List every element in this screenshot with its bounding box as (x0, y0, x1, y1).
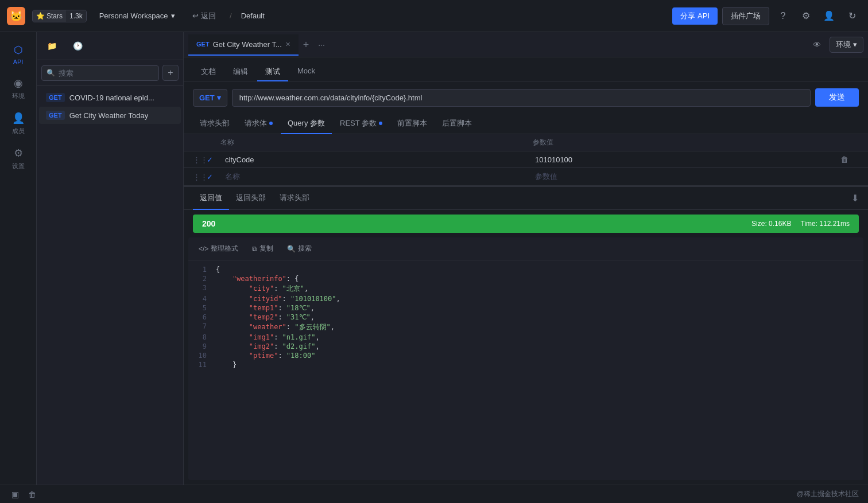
response-tab-header[interactable]: 返回头部 (229, 187, 273, 210)
search-input[interactable] (59, 69, 154, 77)
tab-history[interactable]: 🕐 (67, 37, 88, 55)
tabs-right: 👁 环境 ▾ (809, 37, 863, 53)
layout-icon[interactable]: ▣ (9, 489, 21, 500)
sidebar-item-settings[interactable]: ⚙ 设置 (5, 142, 32, 175)
refresh-icon-button[interactable]: ↻ (843, 7, 861, 25)
tab-close-icon[interactable]: ✕ (285, 41, 290, 48)
back-button[interactable]: ↩ 返回 (188, 9, 220, 24)
sidebar-item-members[interactable]: 👤 成员 (5, 107, 32, 140)
trash-icon[interactable]: 🗑 (26, 489, 38, 500)
content-tab-mock[interactable]: Mock (289, 63, 323, 81)
tabs-bar: GET Get City Weather T... ✕ + ··· 👁 环境 ▾ (184, 32, 868, 57)
api-icon: ⬡ (14, 44, 23, 56)
copyright: @稀土掘金技术社区 (797, 489, 859, 499)
api-item-name-active: Get City Weather Today (69, 111, 149, 120)
params-tab-rest[interactable]: REST 参数 (333, 114, 389, 134)
line-content-7: "weather": "多云转阴", (216, 322, 335, 332)
drag-handle-empty[interactable]: ⋮⋮ (193, 173, 204, 181)
copy-button[interactable]: ⧉ 复制 (249, 242, 277, 255)
help-icon-button[interactable]: ? (774, 7, 792, 25)
user-icon-button[interactable]: 👤 (820, 7, 838, 25)
tab-folder[interactable]: 📁 (41, 37, 63, 55)
line-content-1: { (216, 266, 220, 274)
params-tab-pre-script[interactable]: 前置脚本 (390, 114, 434, 134)
content-tab-docs[interactable]: 文档 (193, 63, 224, 81)
code-toolbar: </> 整理格式 ⧉ 复制 🔍 搜索 (188, 237, 863, 260)
col-value-header: 参数值 (528, 138, 840, 147)
params-tabs: 请求头部 请求体 Query 参数 REST 参数 前置脚本 后置脚本 (184, 114, 868, 134)
response-tab-value[interactable]: 返回值 (193, 187, 229, 210)
sidebar-label-api: API (13, 59, 24, 65)
method-badge-get-active: GET (46, 111, 65, 120)
format-button[interactable]: </> 整理格式 (195, 242, 242, 255)
logo-emoji: 🐱 (10, 10, 22, 22)
left-panel-header: 📁 🕐 (37, 32, 183, 60)
delete-param-button[interactable]: 🗑 (840, 155, 859, 164)
preview-button[interactable]: 👁 (809, 37, 825, 53)
env-selector[interactable]: 环境 ▾ (830, 37, 863, 53)
api-list-item[interactable]: GET COVID-19 national epid... (39, 89, 181, 106)
enable-checkbox-empty[interactable]: ✓ (207, 173, 223, 181)
settings-icon-button[interactable]: ⚙ (797, 7, 815, 25)
tab-more-button[interactable]: ··· (313, 38, 330, 52)
add-api-button[interactable]: + (162, 65, 179, 81)
enable-checkbox[interactable]: ✓ (207, 155, 223, 164)
response-section: 返回值 返回头部 请求头部 ⬇ 200 Size: 0.16KB Time: 1… (184, 186, 868, 485)
line-num-11: 11 (195, 361, 216, 369)
line-num-3: 3 (195, 284, 216, 292)
line-content-8: "img1": "n1.gif", (216, 333, 320, 341)
drag-handle[interactable]: ⋮⋮ (193, 155, 204, 164)
back-label: ↩ 返回 (192, 11, 216, 21)
param-row-empty: ⋮⋮ ✓ 名称 参数值 (184, 168, 868, 186)
params-tab-request-header[interactable]: 请求头部 (193, 114, 237, 134)
sidebar-item-api[interactable]: ⬡ API (5, 39, 32, 70)
code-line-3: 3 "city": "北京", (188, 283, 863, 294)
response-tab-request-header[interactable]: 请求头部 (273, 187, 316, 210)
line-content-3: "city": "北京", (216, 284, 308, 294)
main-tab-active[interactable]: GET Get City Weather T... ✕ (188, 34, 299, 56)
download-icon[interactable]: ⬇ (851, 193, 859, 203)
content-tab-test[interactable]: 测试 (257, 63, 288, 81)
format-icon: </> (199, 245, 208, 253)
params-tab-request-body[interactable]: 请求体 (238, 114, 280, 134)
params-tab-post-script[interactable]: 后置脚本 (435, 114, 479, 134)
sidebar-item-env[interactable]: ◉ 环境 (5, 72, 32, 105)
share-api-button[interactable]: 分享 API (672, 7, 718, 25)
code-line-10: 10 "ptime": "18:00" (188, 351, 863, 360)
send-button[interactable]: 发送 (815, 88, 859, 107)
tab-title: Get City Weather T... (213, 40, 282, 49)
api-list-item-active[interactable]: GET Get City Weather Today (39, 107, 181, 124)
star-icon-button[interactable]: ⭐ Stars (33, 10, 66, 22)
code-line-6: 6 "temp2": "31℃", (188, 313, 863, 322)
env-icon: ◉ (14, 77, 23, 89)
plugin-button[interactable]: 插件广场 (722, 7, 769, 25)
search-code-button[interactable]: 🔍 搜索 (284, 242, 315, 255)
search-code-label: 搜索 (298, 244, 312, 254)
search-code-icon: 🔍 (287, 245, 296, 253)
bottom-icons: ▣ 🗑 (9, 489, 38, 500)
main-layout: ⬡ API ◉ 环境 👤 成员 ⚙ 设置 📁 🕐 🔍 + (0, 32, 868, 485)
github-stars[interactable]: ⭐ Stars 1.3k (32, 10, 87, 22)
code-line-9: 9 "img2": "d2.gif", (188, 342, 863, 351)
params-table-header: 名称 参数值 (184, 134, 868, 151)
workspace-selector[interactable]: Personal Workspace ▾ (94, 9, 181, 22)
request-body-dot (269, 122, 273, 125)
workspace-name: Personal Workspace (99, 11, 168, 20)
top-bar-right: 分享 API 插件广场 ? ⚙ 👤 ↻ (672, 7, 861, 25)
tab-pre-script-label: 前置脚本 (397, 118, 427, 128)
line-num-8: 8 (195, 333, 216, 341)
star-symbol: ⭐ (36, 12, 45, 20)
method-select[interactable]: GET ▾ (193, 89, 227, 107)
nav-separator: / (230, 11, 232, 20)
tab-add-button[interactable]: + (299, 37, 314, 52)
params-tab-query[interactable]: Query 参数 (281, 114, 332, 134)
line-content-4: "cityid": "101010100", (216, 295, 340, 303)
url-input[interactable] (232, 89, 811, 107)
app-logo: 🐱 (7, 7, 25, 25)
right-panel: GET Get City Weather T... ✕ + ··· 👁 环境 ▾… (184, 32, 868, 485)
line-content-5: "temp1": "18℃", (216, 304, 315, 312)
code-line-4: 4 "cityid": "101010100", (188, 294, 863, 303)
method-chevron: ▾ (217, 93, 221, 102)
sidebar-icons: ⬡ API ◉ 环境 👤 成员 ⚙ 设置 (0, 32, 37, 485)
content-tab-edit[interactable]: 编辑 (225, 63, 256, 81)
